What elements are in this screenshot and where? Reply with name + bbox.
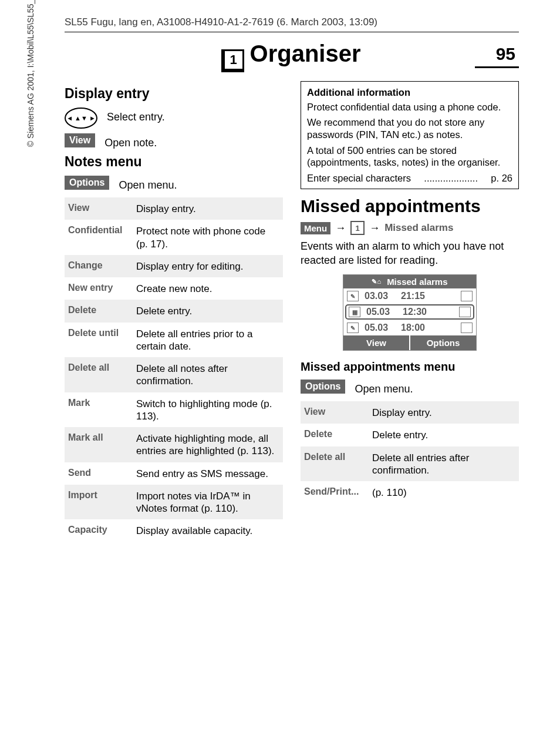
organiser-icon: 1 [223,49,244,70]
opt-label: Delete all [65,358,135,392]
opt-desc: Display entry. [371,402,437,424]
alarm-type-icon: ▦ [349,307,360,317]
heading-missed-menu: Missed appointments menu [301,360,519,374]
opt-label: Import [65,485,135,520]
body-text: Events with an alarm to which you have n… [301,240,519,267]
opt-label: Mark [65,393,135,428]
heading-display-entry: Display entry [65,86,283,102]
opt-label: Send [65,463,135,485]
menu-softkey: Menu [301,222,330,234]
info-p1: Protect confidential data using a phone … [307,101,512,113]
opt-label: New entry [65,278,135,300]
organiser-mini-icon: 1 [350,221,365,235]
alarm-status-icon [461,323,473,333]
right-column: Additional information Protect confident… [301,81,519,542]
opt-label: Change [65,256,135,277]
screen-title: Missed alarms [387,277,447,287]
opt-desc: (p. 110) [371,482,411,503]
screen-softkey-options: Options [410,335,476,350]
alarm-row: ✎ 05.03 18:00 [343,320,476,335]
info-box: Additional information Protect confident… [301,81,519,189]
opt-desc: Switch to highlighting mode (p. 113). [135,393,283,428]
path-text: Missed alarms [384,222,453,234]
alarm-time: 12:30 [403,307,433,317]
options-softkey: Options [65,176,109,190]
opt-label: Delete [301,424,371,446]
nav-key-icon: ◄ ▲▼ ► [65,108,97,129]
info-p4a: Enter special characters [307,172,411,184]
opt-desc: Activate highlighting mode, all entries … [135,428,283,462]
opt-desc: Delete all entries after confirmation. [371,447,519,482]
alarm-row: ✎ 03.03 21:15 [343,288,476,304]
opt-label: Delete all [301,447,371,482]
copyright-vertical: © Siemens AG 2001, I:\Mobil\L55\SL55_Fug… [26,0,35,258]
opt-desc: Display entry. [135,198,201,220]
heading-missed-appointments: Missed appointments [301,196,519,216]
title-row: 1 Organiser 95 [65,41,519,68]
opt-label: Capacity [65,520,135,542]
opt-desc: Send entry as SMS message. [135,463,273,485]
opt-desc: Delete all entries prior to a certain da… [135,323,283,358]
options-softkey: Options [301,380,345,394]
opt-desc: Display entry for editing. [135,256,248,277]
page-number: 95 [475,44,519,68]
opt-desc: Create new note. [135,278,217,300]
arrow-icon: → [335,222,346,234]
opt-desc: Delete all notes after confirmation. [135,358,283,392]
alarm-date: 05.03 [365,323,395,333]
nav-text: Select entry. [107,108,165,123]
heading-notes-menu: Notes menu [65,154,283,170]
screen-softkey-view: View [343,335,410,350]
alarm-time: 18:00 [401,323,431,333]
info-p2: We recommend that you do not store any p… [307,116,512,140]
alarm-type-icon: ✎ [347,291,359,301]
missed-menu-table: ViewDisplay entry. DeleteDelete entry. D… [301,401,519,503]
header-meta: SL55 Fugu, lang en, A31008-H4910-A1-2-76… [65,16,519,32]
opt-desc: Display available capacity. [135,520,257,542]
phone-screen: ✎⌂ Missed alarms ✎ 03.03 21:15 ▦ 05.03 1… [343,274,477,351]
view-text: Open note. [104,133,157,149]
opt-desc: Protect note with phone code (p. 17). [135,220,283,255]
dots: .................... [424,172,478,184]
opt-label: Confidential [65,220,135,255]
alarm-time: 21:15 [401,291,431,301]
opt-label: Delete [65,300,135,322]
alarm-status-icon [459,307,471,317]
menu-path: Menu → 1 → Missed alarms [301,221,519,235]
opt-label: View [65,198,135,220]
opt-label: Delete until [65,323,135,358]
page-title: Organiser [250,41,361,67]
left-column: Display entry ◄ ▲▼ ► Select entry. View … [65,81,283,542]
opt-label: Mark all [65,428,135,462]
notes-menu-table: ViewDisplay entry. ConfidentialProtect n… [65,197,283,542]
screen-title-bar: ✎⌂ Missed alarms [343,275,476,288]
opt-label: View [301,402,371,424]
opt-desc: Delete entry. [135,300,197,322]
info-p3: A total of 500 entries can be stored (ap… [307,145,512,169]
opt-desc: Delete entry. [371,424,433,446]
opt-label: Send/Print... [301,482,371,503]
alarm-status-icon [461,291,473,301]
arrow-icon: → [369,222,380,234]
options-text: Open menu. [119,176,177,192]
opt-desc: Import notes via IrDA™ in vNotes format … [135,485,283,520]
pencil-icon: ✎⌂ [372,278,381,286]
info-p4b: p. 26 [491,172,512,184]
alarm-date: 05.03 [366,307,397,317]
alarm-row-selected: ▦ 05.03 12:30 [345,304,474,320]
alarm-type-icon: ✎ [347,323,359,333]
info-title: Additional information [307,86,512,99]
options-text: Open menu. [355,380,413,395]
alarm-date: 03.03 [365,291,395,301]
view-softkey: View [65,133,95,147]
